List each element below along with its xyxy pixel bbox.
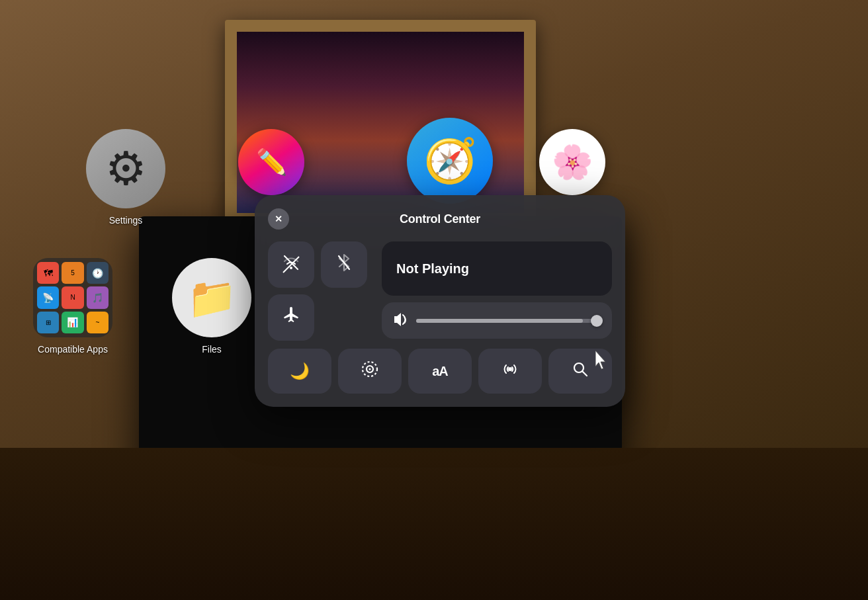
dock-icon-photos[interactable]: 🌸 <box>539 129 605 195</box>
safari-icon: 🧭 <box>423 136 477 186</box>
files-icon: 📁 <box>172 258 251 337</box>
moon-icon: 🌙 <box>290 362 310 380</box>
floor <box>0 448 868 600</box>
compatible-apps-label: Compatible Apps <box>38 344 108 355</box>
svg-point-4 <box>369 368 371 370</box>
sidebar-item-compatible-apps[interactable]: 🗺 5 🕐 📡 N 🎵 ⊞ 📊 ~ Compatible Apps <box>33 258 112 355</box>
wifi-off-icon <box>282 253 300 277</box>
svg-point-5 <box>508 367 512 371</box>
settings-icon: ⚙ <box>86 129 165 208</box>
close-button[interactable]: ✕ <box>268 208 289 230</box>
svg-line-7 <box>583 372 587 376</box>
settings-label: Settings <box>109 215 143 226</box>
sidebar-item-files[interactable]: 📁 Files <box>172 258 251 355</box>
photos-icon: 🌸 <box>552 143 593 181</box>
wifi-toggle[interactable] <box>268 241 314 288</box>
freeform-icon: ✏️ <box>256 148 287 177</box>
text-size-icon: aA <box>432 364 448 379</box>
control-center-body: Not Playing <box>268 241 612 341</box>
volume-control[interactable] <box>382 302 612 339</box>
now-playing-status: Not Playing <box>396 261 469 277</box>
bluetooth-off-icon <box>337 253 351 277</box>
volume-icon <box>392 312 408 329</box>
now-playing-widget[interactable]: Not Playing <box>382 241 612 296</box>
dock-icon-freeform[interactable]: ✏️ <box>238 129 304 195</box>
search-icon <box>572 361 588 381</box>
airdrop-button[interactable] <box>478 349 542 394</box>
volume-track[interactable] <box>416 319 601 323</box>
airdrop-icon <box>501 361 519 382</box>
bottom-buttons-row: 🌙 aA <box>268 349 612 394</box>
top-toggles-row <box>268 241 374 288</box>
bluetooth-toggle[interactable] <box>321 241 367 288</box>
sidebar-item-settings[interactable]: ⚙ Settings <box>86 129 165 226</box>
toggles-column <box>268 241 374 341</box>
compatible-apps-icon: 🗺 5 🕐 📡 N 🎵 ⊞ 📊 ~ <box>33 258 112 337</box>
control-center-title: Control Center <box>289 212 591 226</box>
close-icon: ✕ <box>275 214 282 224</box>
screen-time-button[interactable] <box>338 349 402 394</box>
screen-time-icon <box>361 361 378 382</box>
dock-icon-safari[interactable]: 🧭 <box>407 118 493 204</box>
mouse-cursor <box>595 351 609 370</box>
volume-thumb[interactable] <box>591 315 603 327</box>
volume-fill <box>416 319 583 323</box>
focus-button[interactable]: 🌙 <box>268 349 331 394</box>
airplane-row <box>268 294 374 341</box>
control-center-panel: ✕ Control Center <box>255 195 625 407</box>
right-column: Not Playing <box>382 241 612 341</box>
control-center-header: ✕ Control Center <box>268 208 612 230</box>
files-label: Files <box>202 344 222 355</box>
airplane-icon <box>281 306 301 330</box>
airplane-toggle[interactable] <box>268 294 314 341</box>
text-size-button[interactable]: aA <box>408 349 472 394</box>
